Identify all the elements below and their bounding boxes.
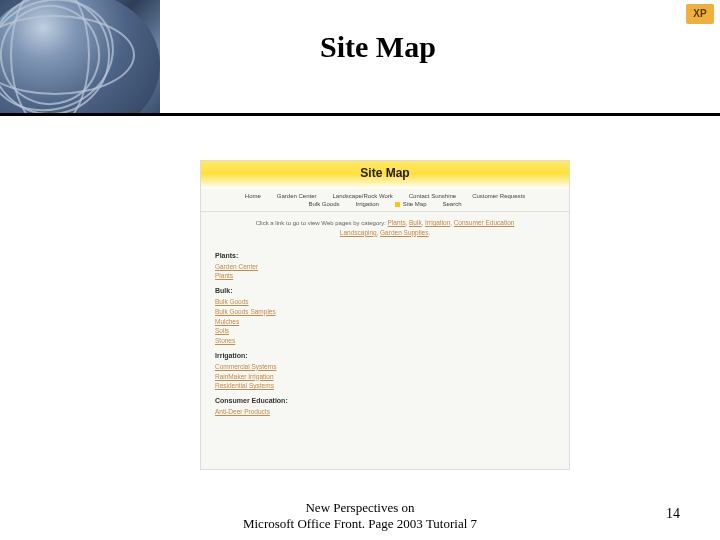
screenshot-banner-title: Site Map [201, 161, 569, 189]
slide-title: Site Map [320, 30, 436, 64]
nav-item[interactable]: Home [245, 193, 261, 199]
category-link[interactable]: Commercial Systems [215, 362, 555, 372]
screenshot-nav-row-1: Home Garden Center Landscape/Rock Work C… [201, 189, 569, 201]
header-rule [0, 113, 720, 116]
nav-item[interactable]: Customer Requests [472, 193, 525, 199]
footer-line-2: Microsoft Office Front. Page 2003 Tutori… [0, 516, 720, 532]
footer-line-1: New Perspectives on [0, 500, 720, 516]
category-link[interactable]: Bulk Goods [215, 297, 555, 307]
intro-link[interactable]: Consumer Education [454, 219, 515, 226]
nav-item[interactable]: Irrigation [355, 201, 378, 207]
category-link[interactable]: Garden Center [215, 262, 555, 272]
category-link[interactable]: Anti-Deer Products [215, 407, 555, 417]
nav-item-active[interactable]: Site Map [395, 201, 427, 207]
intro-link[interactable]: Plants [388, 219, 406, 226]
category-link[interactable]: Soils [215, 326, 555, 336]
slide-footer: New Perspectives on Microsoft Office Fro… [0, 500, 720, 533]
nav-item[interactable]: Bulk Goods [308, 201, 339, 207]
screenshot-body: Plants: Garden Center Plants Bulk: Bulk … [201, 242, 569, 421]
intro-text: Click a link to go to view Web pages by … [256, 220, 388, 226]
intro-link[interactable]: Bulk [409, 219, 422, 226]
page-number: 14 [666, 506, 680, 522]
nav-item[interactable]: Contact Sunshine [409, 193, 456, 199]
category-link[interactable]: Bulk Goods Samples [215, 307, 555, 317]
category-link[interactable]: Plants [215, 271, 555, 281]
category-heading: Plants: [215, 252, 555, 259]
category-link[interactable]: Residential Systems [215, 381, 555, 391]
category-heading: Consumer Education: [215, 397, 555, 404]
embedded-screenshot: Site Map Home Garden Center Landscape/Ro… [200, 160, 570, 470]
screenshot-intro: Click a link to go to view Web pages by … [201, 212, 569, 242]
category-link[interactable]: Stones [215, 336, 555, 346]
xp-badge: XP [686, 4, 714, 24]
category-heading: Irrigation: [215, 352, 555, 359]
slide-header: Site Map XP [0, 0, 720, 113]
screenshot-nav-row-2: Bulk Goods Irrigation Site Map Search [201, 201, 569, 212]
intro-link[interactable]: Landscaping [340, 229, 377, 236]
sphere-graphic [0, 0, 160, 113]
header-image [0, 0, 160, 113]
nav-item[interactable]: Landscape/Rock Work [333, 193, 393, 199]
category-link[interactable]: Mulches [215, 317, 555, 327]
category-link[interactable]: RainMaker Irrigation [215, 372, 555, 382]
intro-link[interactable]: Garden Supplies [380, 229, 428, 236]
nav-item[interactable]: Search [443, 201, 462, 207]
category-heading: Bulk: [215, 287, 555, 294]
nav-item[interactable]: Garden Center [277, 193, 317, 199]
intro-link[interactable]: Irrigation [425, 219, 450, 226]
